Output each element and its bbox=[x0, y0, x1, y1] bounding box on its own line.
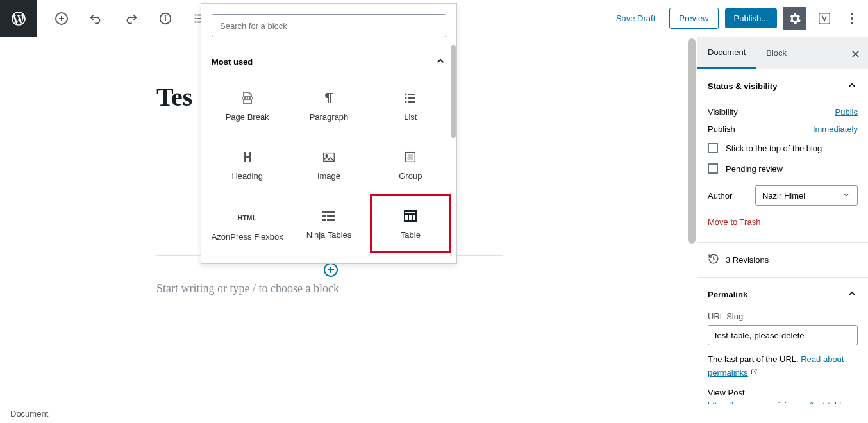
section-title: Most used bbox=[212, 57, 253, 67]
chevron-down-icon bbox=[842, 190, 851, 201]
undo-button[interactable] bbox=[85, 7, 108, 30]
settings-button[interactable] bbox=[783, 7, 806, 30]
svg-rect-22 bbox=[408, 97, 415, 99]
main-scrollbar[interactable] bbox=[687, 37, 697, 404]
svg-rect-24 bbox=[408, 101, 415, 103]
block-image[interactable]: Image bbox=[288, 135, 369, 194]
external-icon bbox=[750, 368, 758, 377]
panel-body: Visibility Public Publish Immediately St… bbox=[697, 103, 868, 242]
block-ninja-tables[interactable]: Ninja Tables bbox=[288, 194, 369, 253]
page-break-icon bbox=[240, 90, 255, 106]
pending-label: Pending review bbox=[726, 164, 783, 174]
author-select[interactable]: Nazir Himel bbox=[755, 185, 858, 206]
block-label: List bbox=[404, 112, 417, 122]
svg-rect-31 bbox=[327, 215, 331, 217]
block-label: Table bbox=[401, 230, 421, 240]
inserter-search-wrap bbox=[201, 4, 456, 47]
preview-button[interactable]: Preview bbox=[669, 8, 718, 29]
stick-checkbox-row[interactable]: Stick to the top of the blog bbox=[708, 138, 858, 158]
visibility-value[interactable]: Public bbox=[835, 107, 858, 117]
block-label: Heading bbox=[231, 171, 262, 181]
svg-point-14 bbox=[851, 17, 853, 20]
block-list[interactable]: List bbox=[370, 76, 451, 135]
svg-rect-36 bbox=[405, 211, 416, 221]
panel-status-visibility: Status & visibility Visibility Public Pu… bbox=[697, 69, 868, 243]
svg-rect-6 bbox=[195, 14, 197, 15]
inserter-section-header[interactable]: Most used bbox=[201, 47, 456, 76]
publish-button[interactable]: Publish... bbox=[725, 8, 777, 28]
list-icon bbox=[403, 90, 418, 106]
block-label: Ninja Tables bbox=[306, 230, 352, 240]
block-label: Group bbox=[399, 171, 422, 181]
chevron-up-icon bbox=[435, 55, 446, 69]
svg-rect-28 bbox=[408, 154, 413, 159]
toolbar-right-group: Save Draft Preview Publish... bbox=[608, 7, 868, 30]
close-icon[interactable]: ✕ bbox=[851, 47, 860, 62]
save-draft-button[interactable]: Save Draft bbox=[608, 8, 663, 28]
html-icon: HTML bbox=[238, 210, 257, 226]
block-page-break[interactable]: Page Break bbox=[206, 76, 288, 135]
checkbox-icon[interactable] bbox=[708, 143, 718, 153]
move-to-trash-link[interactable]: Move to Trash bbox=[708, 212, 760, 232]
add-block-inline-button[interactable] bbox=[324, 263, 338, 277]
block-paragraph[interactable]: Paragraph bbox=[288, 76, 369, 135]
block-label: Page Break bbox=[226, 112, 269, 122]
search-input[interactable] bbox=[212, 14, 446, 37]
url-slug-input[interactable] bbox=[708, 325, 858, 345]
publish-row: Publish Immediately bbox=[708, 120, 858, 138]
svg-rect-29 bbox=[322, 211, 335, 213]
block-placeholder[interactable]: Start writing or type / to choose a bloc… bbox=[156, 282, 339, 295]
image-icon bbox=[322, 149, 336, 165]
svg-rect-8 bbox=[195, 18, 197, 19]
svg-point-5 bbox=[165, 15, 166, 15]
ninja-tables-icon bbox=[321, 208, 337, 224]
pending-checkbox-row[interactable]: Pending review bbox=[708, 158, 858, 179]
block-azonpress[interactable]: HTML AzonPress Flexbox bbox=[206, 194, 288, 258]
heading-icon bbox=[240, 149, 255, 165]
group-icon bbox=[403, 149, 417, 165]
block-group[interactable]: Group bbox=[370, 135, 451, 194]
panel-body: URL Slug The last part of the URL. Read … bbox=[697, 311, 868, 404]
panel-title: Status & visibility bbox=[708, 81, 777, 91]
history-icon bbox=[708, 253, 719, 267]
author-label: Author bbox=[708, 191, 732, 201]
block-heading[interactable]: Heading bbox=[206, 135, 288, 194]
block-label: Image bbox=[317, 171, 340, 181]
tab-block[interactable]: Block bbox=[756, 37, 797, 69]
inserter-grid: Page Break Paragraph List Heading Image … bbox=[201, 76, 456, 263]
revisions-label: 3 Revisions bbox=[726, 255, 769, 265]
info-button[interactable] bbox=[154, 7, 177, 30]
panel-title: Permalink bbox=[708, 290, 747, 299]
permalink-description: The last part of the URL. Read about per… bbox=[708, 353, 858, 380]
block-table[interactable]: Table bbox=[370, 194, 451, 253]
chevron-up-icon bbox=[846, 288, 858, 301]
add-block-button[interactable] bbox=[50, 7, 73, 30]
svg-rect-30 bbox=[322, 215, 326, 217]
author-value: Nazir Himel bbox=[762, 191, 805, 201]
wordpress-logo[interactable] bbox=[0, 0, 37, 37]
revisions-row[interactable]: 3 Revisions bbox=[697, 243, 868, 278]
publish-label: Publish bbox=[708, 124, 735, 134]
editor-footer: Document bbox=[0, 404, 868, 423]
publish-value[interactable]: Immediately bbox=[813, 124, 858, 134]
checkbox-icon[interactable] bbox=[708, 163, 718, 174]
redo-button[interactable] bbox=[119, 7, 142, 30]
more-menu-button[interactable] bbox=[842, 7, 862, 30]
visibility-label: Visibility bbox=[708, 107, 738, 117]
svg-point-19 bbox=[405, 93, 407, 95]
svg-rect-34 bbox=[327, 219, 331, 221]
inserter-scrollbar[interactable] bbox=[451, 45, 456, 138]
panel-header[interactable]: Status & visibility bbox=[697, 69, 868, 103]
block-inserter-popup: Most used Page Break Paragraph List Head… bbox=[201, 3, 457, 264]
yoast-button[interactable] bbox=[813, 7, 836, 30]
stick-label: Stick to the top of the blog bbox=[726, 144, 822, 153]
view-post-wrap: View Post https://wpmanageninja.com/test… bbox=[708, 386, 858, 404]
svg-rect-20 bbox=[408, 94, 415, 95]
breadcrumb[interactable]: Document bbox=[10, 409, 48, 419]
tab-document[interactable]: Document bbox=[697, 37, 756, 69]
block-label: AzonPress Flexbox bbox=[212, 232, 283, 242]
table-icon bbox=[403, 208, 418, 224]
svg-rect-12 bbox=[819, 13, 830, 24]
sidebar-tabs: Document Block ✕ bbox=[697, 37, 868, 69]
panel-header[interactable]: Permalink bbox=[697, 278, 868, 311]
